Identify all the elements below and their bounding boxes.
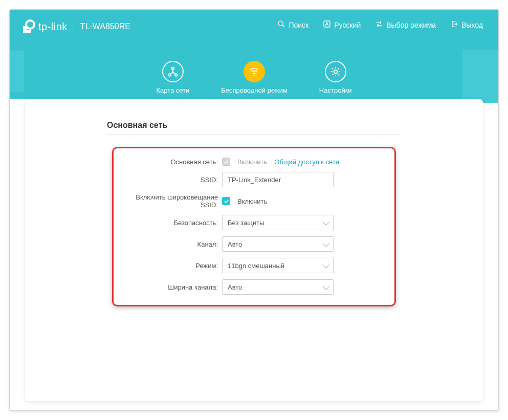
logout-icon: [450, 20, 458, 30]
mode-value: 11bgn смешанный: [228, 262, 284, 270]
label-broadcast: Включить широковещание SSID:: [125, 193, 222, 209]
channel-select[interactable]: Авто: [222, 236, 334, 252]
search-label: Поиск: [289, 21, 308, 29]
tab-network-map[interactable]: Карта сети: [156, 61, 189, 94]
tab-settings[interactable]: Настройки: [319, 61, 352, 94]
language-label: Русский: [334, 21, 361, 29]
svg-rect-2: [23, 30, 31, 33]
section-divider: [107, 134, 401, 135]
banner: tp-link TL-WA850RE Поиск Русский: [10, 10, 498, 99]
security-value: Без защиты: [228, 219, 264, 227]
svg-point-10: [334, 70, 337, 73]
row-channel-width: Ширина канала: Авто: [125, 279, 383, 295]
wifi-icon: [244, 61, 265, 82]
label-mode: Режим:: [125, 262, 222, 270]
logout-action[interactable]: Выход: [450, 20, 483, 30]
tab-label: Настройки: [319, 86, 352, 94]
row-broadcast: Включить широковещание SSID: Включить: [125, 193, 383, 209]
security-select[interactable]: Без защиты: [222, 215, 334, 230]
host-network-enable-label: Включить: [237, 158, 267, 166]
chevron-down-icon: [322, 218, 329, 226]
mode-select[interactable]: 11bgn смешанный: [222, 258, 334, 273]
search-icon: [277, 20, 285, 30]
row-security: Безопасность: Без защиты: [125, 215, 383, 230]
search-action[interactable]: Поиск: [277, 20, 308, 30]
label-channel: Канал:: [125, 240, 222, 248]
label-ssid: SSID:: [125, 176, 222, 184]
tab-wireless[interactable]: Беспроводной режим: [221, 61, 288, 94]
gear-icon: [325, 61, 346, 82]
brand-model: TL-WA850RE: [80, 22, 130, 31]
mode-action[interactable]: Выбор режима: [375, 20, 436, 30]
svg-line-4: [282, 25, 284, 27]
host-network-checkbox[interactable]: [222, 158, 230, 166]
ssid-input[interactable]: [222, 172, 334, 187]
chevron-down-icon: [322, 240, 329, 247]
main-nav: Карта сети Беспроводной режим Настройки: [10, 61, 498, 94]
svg-point-0: [26, 20, 34, 29]
highlight-box: Основная сеть: Включить Общий доступ к с…: [112, 147, 396, 306]
network-map-icon: [162, 61, 184, 82]
chevron-down-icon: [322, 261, 329, 269]
language-action[interactable]: Русский: [323, 20, 361, 30]
row-mode: Режим: 11bgn смешанный: [125, 258, 383, 273]
channel-value: Авто: [228, 240, 242, 248]
row-ssid: SSID:: [125, 172, 383, 187]
row-host-network: Основная сеть: Включить Общий доступ к с…: [125, 158, 383, 166]
share-network-link[interactable]: Общий доступ к сети: [274, 158, 339, 166]
label-host-network: Основная сеть:: [125, 158, 222, 166]
swap-icon: [375, 20, 383, 30]
mode-label: Выбор режима: [386, 21, 436, 29]
content-card: Основная сеть Основная сеть: Включить Об…: [25, 99, 483, 401]
channel-width-select[interactable]: Авто: [222, 279, 334, 295]
tp-link-logo-icon: [21, 19, 36, 34]
broadcast-checkbox[interactable]: [222, 197, 230, 205]
chevron-down-icon: [322, 283, 329, 290]
logout-label: Выход: [461, 21, 483, 29]
label-security: Безопасность:: [125, 219, 222, 227]
language-icon: [323, 20, 331, 30]
brand-text: tp-link: [38, 21, 68, 33]
row-channel: Канал: Авто: [125, 236, 383, 252]
svg-point-9: [254, 75, 255, 76]
tab-label: Беспроводной режим: [221, 86, 288, 94]
brand-separator: [74, 21, 74, 32]
broadcast-enable-label: Включить: [237, 197, 267, 205]
section-title: Основная сеть: [107, 121, 483, 130]
label-channel-width: Ширина канала:: [125, 283, 222, 291]
channel-width-value: Авто: [228, 283, 242, 291]
svg-point-6: [172, 67, 174, 70]
tab-label: Карта сети: [156, 86, 189, 94]
svg-point-3: [278, 21, 283, 26]
